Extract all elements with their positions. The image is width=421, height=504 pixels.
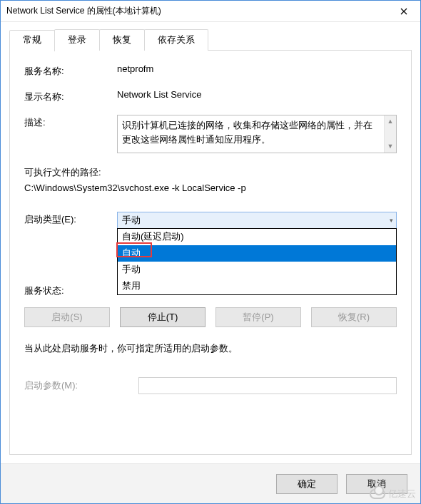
tab-general[interactable]: 常规 — [9, 30, 55, 51]
label-startup-type: 启动类型(E): — [24, 212, 117, 226]
description-textbox[interactable]: 识别计算机已连接的网络，收集和存储这些网络的属性，并在更改这些网络属性时通知应用… — [117, 115, 397, 153]
scroll-up-icon[interactable]: ▲ — [385, 115, 396, 128]
start-params-input — [138, 377, 397, 394]
label-service-name: 服务名称: — [24, 63, 117, 78]
tab-logon[interactable]: 登录 — [54, 29, 100, 51]
description-text: 识别计算机已连接的网络，收集和存储这些网络的属性，并在更改这些网络属性时通知应用… — [122, 118, 392, 146]
dialog-footer: 确定 取消 亿速云 — [1, 463, 420, 503]
value-exec-path: C:\Windows\System32\svchost.exe -k Local… — [24, 180, 397, 196]
value-display-name: Network List Service — [117, 89, 397, 100]
label-service-status: 服务状态: — [24, 284, 117, 297]
option-auto[interactable]: 自动 — [118, 245, 396, 262]
titlebar: Network List Service 的属性(本地计算机) — [1, 1, 420, 22]
label-start-params: 启动参数(M): — [24, 379, 138, 392]
stop-button[interactable]: 停止(T) — [120, 307, 206, 327]
watermark-text: 亿速云 — [388, 488, 416, 500]
chevron-down-icon: ▾ — [390, 217, 393, 224]
properties-dialog: Network List Service 的属性(本地计算机) 常规 登录 恢复… — [0, 0, 421, 504]
tab-dependencies[interactable]: 依存关系 — [144, 29, 208, 51]
dialog-body: 常规 登录 恢复 依存关系 服务名称: netprofm 显示名称: Netwo… — [1, 22, 420, 463]
description-scrollbar[interactable]: ▲ ▼ — [384, 115, 396, 153]
label-display-name: 显示名称: — [24, 89, 117, 103]
ok-button[interactable]: 确定 — [276, 474, 338, 494]
startup-type-combobox[interactable]: 手动 ▾ — [117, 212, 397, 229]
startup-param-hint: 当从此处启动服务时，你可指定所适用的启动参数。 — [24, 341, 397, 356]
tab-panel-general: 服务名称: netprofm 显示名称: Network List Servic… — [9, 50, 412, 455]
watermark: 亿速云 — [370, 488, 416, 500]
tab-recovery[interactable]: 恢复 — [99, 29, 145, 51]
value-service-name: netprofm — [117, 63, 397, 74]
option-disabled[interactable]: 禁用 — [118, 278, 396, 294]
startup-type-selected: 手动 — [122, 214, 141, 227]
cloud-icon — [370, 489, 385, 499]
option-auto-delayed[interactable]: 自动(延迟启动) — [118, 229, 396, 245]
label-exec-path: 可执行文件的路径: — [24, 165, 397, 180]
start-button: 启动(S) — [24, 307, 110, 327]
service-action-buttons: 启动(S) 停止(T) 暂停(P) 恢复(R) — [24, 307, 397, 327]
resume-button: 恢复(R) — [311, 307, 397, 327]
tab-strip: 常规 登录 恢复 依存关系 — [9, 29, 412, 51]
pause-button: 暂停(P) — [215, 307, 301, 327]
close-button[interactable] — [387, 1, 420, 22]
window-title: Network List Service 的属性(本地计算机) — [6, 5, 387, 17]
label-description: 描述: — [24, 115, 117, 129]
close-icon — [400, 8, 407, 15]
scroll-down-icon[interactable]: ▼ — [385, 140, 396, 153]
startup-type-dropdown: 自动(延迟启动) 自动 手动 禁用 — [117, 228, 397, 294]
option-manual[interactable]: 手动 — [118, 262, 396, 278]
